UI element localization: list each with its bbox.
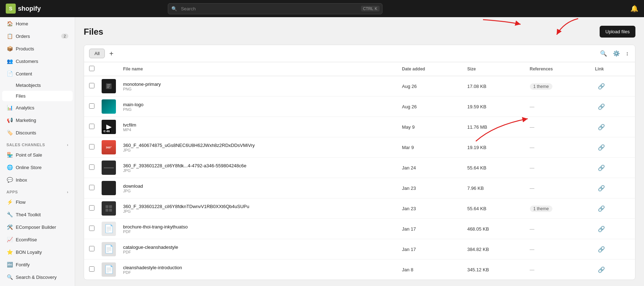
upload-files-button[interactable]: Upload files [600, 26, 635, 38]
analytics-icon: 📊 [6, 104, 13, 111]
shopify-bag-icon: S [6, 4, 16, 14]
row-no-ref: — [530, 145, 535, 150]
sidebar-item-home[interactable]: 🏠 Home [2, 18, 73, 30]
notifications-icon[interactable]: 🔔 [630, 5, 638, 13]
row-filename-cell: catalogue-cleanshadestyle PDF [118, 239, 397, 260]
row-filename: 360_F_460674875_uGs8NEC6U8H62JWxh8z2RDxD… [123, 143, 392, 148]
row-filetype: PNG [123, 107, 392, 112]
sidebar-item-bon-loyalty[interactable]: ⭐ BON Loyalty [2, 246, 73, 258]
svg-rect-3 [107, 87, 109, 88]
row-checkbox[interactable] [89, 226, 94, 231]
copy-link-button[interactable]: 🔗 [595, 224, 608, 234]
sidebar-item-online-store[interactable]: 🌐 Online Store [2, 161, 73, 173]
sidebar-item-ecomposer[interactable]: 🛠️ EComposer Builder [2, 221, 73, 233]
sidebar-item-orders[interactable]: 📋 Orders 2 [2, 30, 73, 42]
row-date: Aug 26 [397, 76, 462, 97]
copy-link-button[interactable]: 🔗 [595, 122, 608, 132]
select-all-checkbox[interactable] [89, 66, 94, 71]
search-table-button[interactable]: 🔍 [599, 49, 609, 58]
copy-link-button[interactable]: 🔗 [595, 265, 608, 275]
discounts-icon: 🏷️ [6, 129, 13, 136]
table-row: ▶0:46 tvcfilm MP4 May 9 11.76 MB — 🔗 [84, 117, 635, 137]
sidebar-item-discounts[interactable]: 🏷️ Discounts [2, 127, 73, 139]
row-checkbox[interactable] [89, 164, 94, 170]
orders-icon: 📋 [6, 33, 13, 39]
sidebar-item-files[interactable]: Files [2, 91, 73, 101]
row-link-cell: 🔗 [590, 158, 635, 178]
sidebar-item-fontify[interactable]: 🔤 Fontify [2, 258, 73, 271]
sidebar-item-analytics[interactable]: 📊 Analytics [2, 102, 73, 114]
sidebar-item-customers[interactable]: 👥 Customers [2, 55, 73, 67]
row-filetype: PNG [123, 87, 392, 91]
row-checkbox[interactable] [89, 83, 94, 88]
row-filename: main-logo [123, 102, 392, 107]
sales-channels-chevron[interactable]: › [67, 143, 68, 147]
row-references: — [525, 178, 590, 198]
ecomposer-icon: 🛠️ [6, 224, 13, 230]
row-no-ref: — [530, 124, 535, 130]
row-references: 1 theme [525, 76, 590, 97]
row-checkbox[interactable] [89, 246, 94, 251]
sidebar-item-search-discovery[interactable]: 🔍 Search & Discovery [2, 271, 73, 283]
row-thumb-cell: 360° [99, 137, 118, 158]
apps-chevron[interactable]: › [67, 190, 68, 194]
row-checkbox-cell [84, 137, 99, 158]
row-checkbox-cell [84, 178, 99, 198]
row-size: 55.64 KB [462, 198, 525, 219]
sidebar-item-content[interactable]: 📄 Content [2, 68, 73, 80]
row-filename: catalogue-cleanshadestyle [123, 245, 392, 250]
row-filename: brochure-thoi-trang-inkythuatso [123, 224, 392, 230]
row-checkbox[interactable] [89, 103, 94, 109]
sidebar-content-label: Content [16, 71, 32, 77]
row-filetype: PDF [123, 230, 392, 234]
row-filename-cell: 360_F_393601228_ciI6Y8fdknTDwnvV1RB0XXt6… [118, 198, 397, 219]
sidebar-item-metaobjects[interactable]: Metaobjects [2, 80, 73, 90]
svg-rect-1 [107, 84, 111, 85]
row-no-ref: — [530, 267, 535, 272]
row-checkbox[interactable] [89, 266, 94, 272]
row-references: — [525, 137, 590, 158]
pos-icon: 🏪 [6, 152, 13, 158]
sidebar-item-inbox[interactable]: 💬 Inbox [2, 174, 73, 186]
copy-link-button[interactable]: 🔗 [595, 245, 608, 254]
row-references: — [525, 117, 590, 137]
col-date-header: Date added [397, 62, 462, 76]
sidebar-item-point-of-sale[interactable]: 🏪 Point of Sale [2, 149, 73, 161]
copy-link-button[interactable]: 🔗 [595, 102, 608, 112]
sidebar-files-label: Files [16, 93, 25, 99]
row-references: 1 theme [525, 198, 590, 219]
row-link-cell: 🔗 [590, 198, 635, 219]
sort-table-button[interactable]: ↕️ [624, 49, 630, 58]
copy-link-button[interactable]: 🔗 [595, 163, 608, 173]
row-size: 19.19 KB [462, 137, 525, 158]
row-no-ref: — [530, 226, 535, 232]
tab-all[interactable]: All [89, 49, 105, 58]
sidebar-inbox-label: Inbox [16, 177, 27, 183]
sidebar-analytics-label: Analytics [16, 105, 34, 110]
copy-link-button[interactable]: 🔗 [595, 143, 608, 152]
filter-table-button[interactable]: ⚙️ [611, 49, 621, 58]
row-thumb-cell [99, 158, 118, 178]
sidebar-item-products[interactable]: 📦 Products [2, 43, 73, 55]
sidebar-item-marketing[interactable]: 📢 Marketing [2, 114, 73, 126]
row-checkbox[interactable] [89, 185, 94, 190]
row-checkbox[interactable] [89, 205, 94, 211]
sidebar-item-flow[interactable]: ⚡ Flow [2, 196, 73, 208]
sidebar-item-the4[interactable]: 🔧 The4 Toolkit [2, 208, 73, 221]
row-checkbox-cell [84, 219, 99, 239]
copy-link-button[interactable]: 🔗 [595, 183, 608, 193]
sidebar-item-ecomrise[interactable]: 📈 EcomRise [2, 233, 73, 246]
row-checkbox-cell [84, 117, 99, 137]
row-checkbox[interactable] [89, 124, 94, 129]
row-thumb-cell [99, 198, 118, 219]
copy-link-button[interactable]: 🔗 [595, 204, 608, 213]
files-table: File name Date added Size References Lin… [84, 62, 635, 280]
row-filename: 360_F_393601228_ciI6Y8fdk...4-4792-a346-… [123, 163, 392, 168]
row-checkbox[interactable] [89, 144, 94, 149]
col-references-header: References [525, 62, 590, 76]
search-input[interactable] [168, 3, 382, 14]
copy-link-button[interactable]: 🔗 [595, 82, 608, 91]
add-filter-button[interactable]: + [108, 50, 115, 57]
row-date: Mar 9 [397, 137, 462, 158]
files-table-card: All + 🔍 ⚙️ ↕️ File name [84, 45, 635, 280]
